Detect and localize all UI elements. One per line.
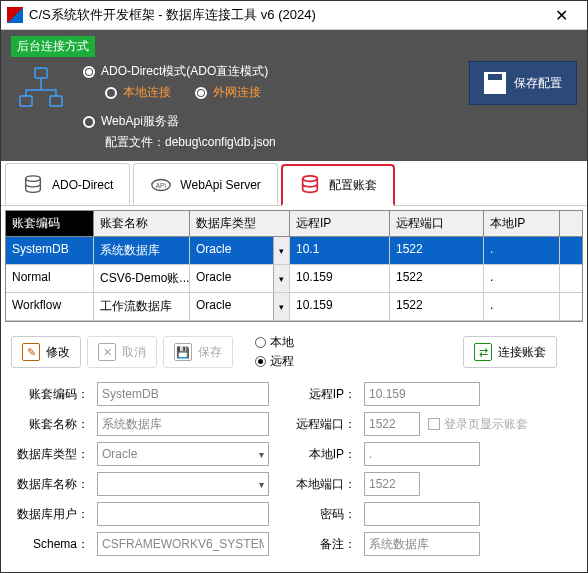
location-radio-group: 本地 远程 [255,334,294,370]
remote-port-field[interactable] [364,412,420,436]
shuffle-icon: ⇄ [474,343,492,361]
rport-label: 远程端口： [294,416,356,433]
radio-icon [83,116,95,128]
checkbox-icon [428,418,440,430]
table-row[interactable]: Workflow 工作流数据库 Oracle 10.159 1522 . [6,293,582,321]
dbtype-label: 数据库类型： [13,446,89,463]
rip-label: 远程IP： [294,386,356,403]
svg-rect-2 [50,96,62,106]
tab-webapi-server[interactable]: API WebApi Server [133,163,277,205]
local-radio[interactable]: 本地 [255,334,294,351]
action-toolbar: ✎修改 ✕取消 💾保存 本地 远程 ⇄连接账套 [1,326,587,378]
edit-button[interactable]: ✎修改 [11,336,81,368]
pencil-icon: ✎ [22,343,40,361]
pwd-label: 密码： [294,506,356,523]
col-remote-port[interactable]: 远程端口 [390,211,484,236]
tab-accounts[interactable]: 配置账套 [281,164,395,206]
svg-text:API: API [156,181,167,188]
dbname-label: 数据库名称： [13,476,89,493]
code-label: 账套编码： [13,386,89,403]
remark-field[interactable] [364,532,480,556]
ado-direct-radio[interactable]: ADO-Direct模式(ADO直连模式) [83,63,457,80]
tab-ado-direct[interactable]: ADO-Direct [5,163,130,205]
api-icon: API [150,174,172,196]
name-field[interactable] [97,412,269,436]
cancel-icon: ✕ [98,343,116,361]
chevron-down-icon[interactable] [273,265,289,292]
close-button[interactable]: ✕ [541,1,581,29]
lport-label: 本地端口： [294,476,356,493]
lip-label: 本地IP： [294,446,356,463]
save-button[interactable]: 💾保存 [163,336,233,368]
table-row[interactable]: SystemDB 系统数据库 Oracle 10.1 1522 . [6,237,582,265]
svg-point-3 [26,175,41,181]
webapi-radio[interactable]: WebApi服务器 [83,113,457,130]
code-field[interactable] [97,382,269,406]
radio-icon [195,87,207,99]
save-icon: 💾 [174,343,192,361]
svg-rect-1 [20,96,32,106]
svg-point-6 [302,176,317,182]
remark-label: 备注： [294,536,356,553]
network-icon [11,61,71,121]
external-connection-radio[interactable]: 外网连接 [195,84,261,101]
remote-ip-field[interactable] [364,382,480,406]
chevron-down-icon[interactable] [273,237,289,264]
col-code[interactable]: 账套编码 [6,211,94,236]
col-name[interactable]: 账套名称 [94,211,190,236]
database-stack-icon [299,174,321,196]
database-icon [22,174,44,196]
col-local-ip[interactable]: 本地IP [484,211,560,236]
schema-field[interactable] [97,532,269,556]
app-icon [7,7,23,23]
col-dbtype[interactable]: 数据库类型 [190,211,290,236]
radio-icon [255,356,266,367]
password-field[interactable] [364,502,480,526]
cancel-button[interactable]: ✕取消 [87,336,157,368]
titlebar: C/S系统软件开发框架 - 数据库连接工具 v6 (2024) ✕ [1,1,587,30]
detail-form: 账套编码： 账套名称： 数据库类型：Oracle 数据库名称： 数据库用户： S… [1,378,587,573]
schema-label: Schema： [13,536,89,553]
name-label: 账套名称： [13,416,89,433]
accounts-grid: 账套编码 账套名称 数据库类型 远程IP 远程端口 本地IP SystemDB … [5,210,583,322]
connect-button[interactable]: ⇄连接账套 [463,336,557,368]
config-file-label: 配置文件： [105,135,165,149]
radio-icon [83,66,95,78]
connection-mode-badge: 后台连接方式 [11,36,95,57]
connection-mode-panel: 后台连接方式 ADO-Direct模式(ADO直连模式) 本地连接 [1,30,587,161]
tab-bar: ADO-Direct API WebApi Server 配置账套 [1,161,587,206]
show-login-checkbox[interactable]: 登录页显示账套 [428,416,528,433]
chevron-down-icon[interactable] [273,293,289,320]
local-connection-radio[interactable]: 本地连接 [105,84,171,101]
mode-radio-group: ADO-Direct模式(ADO直连模式) 本地连接 外网连接 WebApi服务… [83,61,457,151]
local-ip-field[interactable] [364,442,480,466]
dbname-select[interactable] [97,472,269,496]
app-window: C/S系统软件开发框架 - 数据库连接工具 v6 (2024) ✕ 后台连接方式… [0,0,588,573]
config-file-path: debug\config\db.json [165,135,276,149]
local-port-field[interactable] [364,472,420,496]
remote-radio[interactable]: 远程 [255,353,294,370]
dbtype-select[interactable]: Oracle [97,442,269,466]
grid-header: 账套编码 账套名称 数据库类型 远程IP 远程端口 本地IP [6,211,582,237]
save-config-button[interactable]: 保存配置 [469,61,577,105]
dbuser-field[interactable] [97,502,269,526]
svg-rect-0 [35,68,47,78]
save-icon [484,72,506,94]
window-title: C/S系统软件开发框架 - 数据库连接工具 v6 (2024) [29,6,541,24]
radio-icon [105,87,117,99]
table-row[interactable]: Normal CSV6-Demo账... Oracle 10.159 1522 … [6,265,582,293]
col-remote-ip[interactable]: 远程IP [290,211,390,236]
dbuser-label: 数据库用户： [13,506,89,523]
radio-icon [255,337,266,348]
